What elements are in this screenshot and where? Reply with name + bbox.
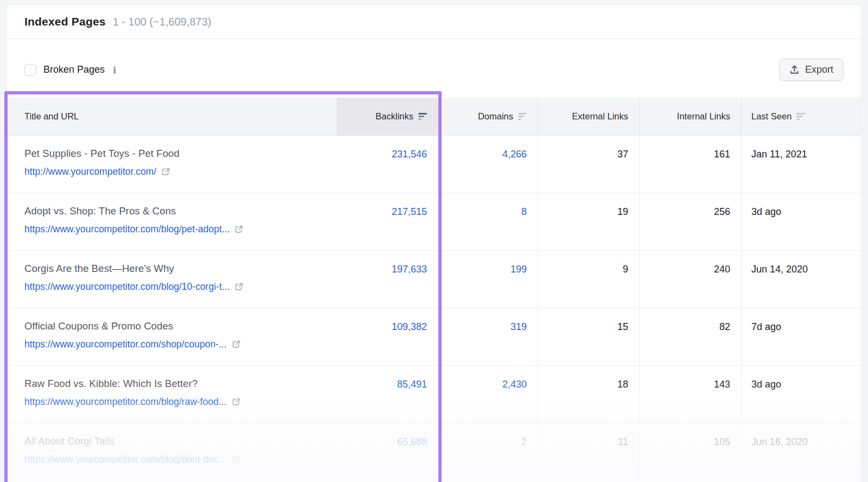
backlinks-value[interactable]: 197,633 (337, 251, 440, 308)
external-link-icon[interactable] (234, 225, 244, 234)
external-link-icon[interactable] (232, 340, 241, 349)
table-body: Pet Supplies - Pet Toys - Pet Food http:… (7, 136, 862, 481)
external-links-value: 18 (538, 366, 639, 423)
title-and-url-cell: Corgis Are the Best—Here's Why https://w… (7, 251, 337, 308)
last-seen-value: 7d ago (741, 308, 862, 365)
external-link-icon[interactable] (232, 455, 241, 464)
last-seen-value: 3d ago (741, 193, 862, 250)
page-title-text: Raw Food vs. Kibble: Which Is Better? (24, 378, 337, 390)
internal-links-value: 240 (639, 251, 741, 308)
domains-value[interactable]: 2,430 (440, 366, 538, 423)
internal-links-value: 82 (639, 308, 741, 365)
title-and-url-cell: Raw Food vs. Kibble: Which Is Better? ht… (7, 366, 337, 423)
table-row: Official Coupons & Promo Codes https://w… (7, 308, 862, 366)
column-header-last-seen[interactable]: Last Seen (741, 98, 862, 135)
export-label: Export (805, 64, 833, 75)
external-links-value: 9 (538, 251, 639, 308)
external-links-value: 15 (538, 308, 639, 365)
domains-value[interactable]: 199 (440, 251, 538, 308)
sort-icon[interactable] (796, 113, 805, 120)
external-links-value: 11 (538, 423, 639, 480)
page-title-text: Corgis Are the Best—Here's Why (24, 263, 337, 275)
column-header-title-and-url: Title and URL (7, 98, 337, 135)
title-and-url-cell: Adopt vs. Shop: The Pros & Cons https://… (7, 193, 337, 250)
sort-desc-icon[interactable] (418, 113, 427, 120)
page-url-link[interactable]: https://www.yourcompetitor.com/shop/coup… (24, 339, 227, 350)
page-title-text: All About Corgi Tails (24, 435, 337, 447)
table-row: Corgis Are the Best—Here's Why https://w… (7, 251, 862, 308)
table-row: All About Corgi Tails https://www.yourco… (7, 423, 862, 481)
last-seen-value: 3d ago (741, 366, 862, 423)
column-header-backlinks[interactable]: Backlinks (337, 98, 440, 135)
backlinks-value[interactable]: 85,491 (337, 366, 440, 423)
external-link-icon[interactable] (161, 167, 170, 176)
external-link-icon[interactable] (232, 397, 241, 407)
page-url-link[interactable]: https://www.yourcompetitor.com/blog/pet-… (24, 224, 229, 235)
internal-links-value: 143 (639, 366, 741, 423)
page-title-text: Official Coupons & Promo Codes (24, 320, 337, 332)
panel-header: Indexed Pages 1 - 100 (~1,609,873) (7, 5, 861, 39)
backlinks-value[interactable]: 217,515 (337, 193, 440, 250)
column-header-external-links: External Links (538, 98, 639, 135)
external-link-icon[interactable] (234, 282, 244, 291)
backlinks-value[interactable]: 231,546 (337, 136, 440, 193)
last-seen-value: Jun 14, 2020 (741, 251, 862, 308)
indexed-pages-table: Title and URL Backlinks Domains External… (7, 98, 862, 481)
last-seen-value: Jun 16, 2020 (741, 423, 862, 480)
title-and-url-cell: Official Coupons & Promo Codes https://w… (7, 308, 337, 365)
controls-row: Broken Pages i Export (7, 59, 861, 81)
internal-links-value: 161 (639, 136, 741, 193)
internal-links-value: 256 (639, 193, 741, 250)
sort-icon[interactable] (518, 113, 527, 120)
domains-value[interactable]: 2 (440, 423, 538, 480)
page-title-text: Adopt vs. Shop: The Pros & Cons (24, 205, 337, 217)
export-button[interactable]: Export (779, 59, 844, 81)
page-title-text: Pet Supplies - Pet Toys - Pet Food (24, 148, 337, 160)
external-links-value: 37 (538, 136, 639, 193)
column-header-domains[interactable]: Domains (440, 98, 538, 135)
domains-value[interactable]: 319 (440, 308, 538, 365)
table-row: Adopt vs. Shop: The Pros & Cons https://… (7, 193, 862, 251)
info-icon[interactable]: i (112, 65, 117, 75)
page-url-link[interactable]: https://www.yourcompetitor.com/blog/10-c… (24, 281, 229, 293)
broken-pages-checkbox[interactable] (24, 64, 36, 76)
page-url-link[interactable]: http://www.yourcompetitor.com/ (24, 166, 156, 177)
indexed-pages-panel: Indexed Pages 1 - 100 (~1,609,873) Broke… (6, 4, 862, 482)
internal-links-value: 105 (639, 423, 741, 480)
upload-icon (789, 65, 800, 75)
column-header-internal-links: Internal Links (639, 98, 741, 135)
table-row: Raw Food vs. Kibble: Which Is Better? ht… (7, 366, 862, 423)
last-seen-value: Jan 11, 2021 (741, 136, 862, 193)
broken-pages-label: Broken Pages (43, 64, 105, 75)
external-links-value: 19 (538, 193, 639, 250)
backlinks-value[interactable]: 65,688 (337, 423, 440, 480)
page-url-link[interactable]: https://www.yourcompetitor.com/blog/dont… (24, 454, 227, 465)
backlinks-value[interactable]: 109,382 (337, 308, 440, 365)
table-row: Pet Supplies - Pet Toys - Pet Food http:… (7, 136, 862, 193)
title-and-url-cell: All About Corgi Tails https://www.yourco… (7, 423, 337, 480)
domains-value[interactable]: 8 (440, 193, 538, 250)
results-range: 1 - 100 (~1,609,873) (113, 16, 212, 28)
table-header-row: Title and URL Backlinks Domains External… (7, 98, 862, 136)
page-url-link[interactable]: https://www.yourcompetitor.com/blog/raw-… (24, 396, 227, 408)
title-and-url-cell: Pet Supplies - Pet Toys - Pet Food http:… (7, 136, 337, 193)
page-title: Indexed Pages (24, 15, 106, 28)
domains-value[interactable]: 4,266 (440, 136, 538, 193)
